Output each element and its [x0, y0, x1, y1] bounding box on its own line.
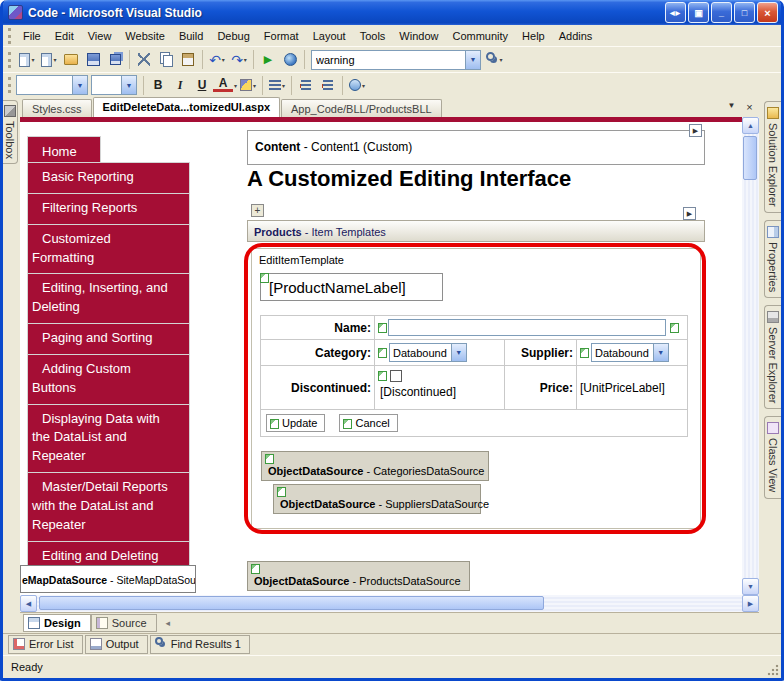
- view-in-browser-button[interactable]: [279, 49, 301, 71]
- supplier-dropdown-arrow[interactable]: ▼: [653, 344, 668, 361]
- edit-item-template-region[interactable]: EditItemTemplate [ProductNameLabel] Name…: [251, 248, 701, 529]
- content-smart-tag-button[interactable]: ▶: [689, 124, 702, 137]
- menu-grip[interactable]: [8, 28, 11, 44]
- nav-item-displaying-data[interactable]: Displaying Data with the DataList and Re…: [27, 404, 190, 474]
- menu-edit[interactable]: Edit: [48, 27, 81, 45]
- menu-addins[interactable]: Addins: [552, 27, 600, 45]
- maximize-button[interactable]: □: [734, 2, 755, 23]
- view-tab-scroll-button[interactable]: ◂: [166, 614, 171, 628]
- scroll-up-button[interactable]: ▲: [742, 117, 759, 134]
- search-dropdown-button[interactable]: ▼: [465, 51, 480, 69]
- resize-grip[interactable]: [767, 664, 780, 677]
- align-button[interactable]: ▾: [266, 74, 288, 96]
- underline-button[interactable]: U: [191, 74, 213, 96]
- products-smart-tag-button[interactable]: ▶: [683, 207, 696, 220]
- numbered-list-button[interactable]: [295, 74, 317, 96]
- nav-item-master-detail[interactable]: Master/Detail Reports with the DataList …: [27, 472, 190, 542]
- monitor-switch-button[interactable]: ◀▶: [665, 2, 686, 23]
- menu-view[interactable]: View: [81, 27, 119, 45]
- nav-item-home[interactable]: Home: [27, 136, 101, 163]
- products-datasource-control[interactable]: ObjectDataSource - ProductsDataSource: [247, 561, 470, 591]
- properties-tab[interactable]: Properties: [764, 220, 781, 298]
- suppliers-datasource-control[interactable]: ObjectDataSource - SuppliersDataSource: [273, 484, 481, 514]
- category-dropdown[interactable]: Databound▼: [389, 343, 467, 362]
- scroll-left-button[interactable]: ◀: [20, 595, 37, 612]
- font-combo[interactable]: ▼: [91, 75, 137, 95]
- italic-button[interactable]: I: [169, 74, 191, 96]
- add-item-button[interactable]: ▾: [38, 49, 60, 71]
- save-button[interactable]: [82, 49, 104, 71]
- toolbar-grip[interactable]: [8, 52, 11, 68]
- menu-website[interactable]: Website: [118, 27, 172, 45]
- horizontal-scroll-thumb[interactable]: [39, 596, 544, 610]
- highlight-button[interactable]: ▾: [237, 74, 259, 96]
- horizontal-scroll-track[interactable]: [37, 595, 742, 612]
- search-input[interactable]: [312, 51, 465, 69]
- toolbox-tab[interactable]: Toolbox: [3, 100, 18, 164]
- discontinued-checkbox[interactable]: [390, 370, 402, 382]
- vertical-scroll-thumb[interactable]: [743, 136, 757, 180]
- categories-datasource-control[interactable]: ObjectDataSource - CategoriesDataSource: [261, 451, 489, 481]
- solution-explorer-tab[interactable]: Solution Explorer: [764, 101, 781, 213]
- style-combo[interactable]: ▼: [16, 75, 88, 95]
- product-name-label-control[interactable]: [ProductNameLabel]: [260, 273, 443, 301]
- minimize-button[interactable]: _: [711, 2, 732, 23]
- nav-item-editing-inserting-deleting[interactable]: Editing, Inserting, and Deleting: [27, 273, 190, 324]
- menu-tools[interactable]: Tools: [353, 27, 393, 45]
- design-surface[interactable]: Home Basic Reporting Filtering Reports C…: [20, 117, 742, 595]
- sitemapdatasource-control[interactable]: eMapDataSource - SiteMapDataSource1: [20, 565, 196, 593]
- scroll-right-button[interactable]: ▶: [742, 595, 759, 612]
- doc-list-dropdown-button[interactable]: ▼: [725, 101, 738, 113]
- tab-source[interactable]: Source: [91, 614, 157, 632]
- font-color-button[interactable]: A▾: [213, 74, 237, 96]
- bullet-list-button[interactable]: [317, 74, 339, 96]
- update-button[interactable]: Update: [266, 414, 325, 432]
- products-formview-header[interactable]: Products - Item Templates: [247, 220, 705, 242]
- nav-item-basic-reporting[interactable]: Basic Reporting: [27, 162, 190, 194]
- doc-tab-editdeletedata-aspx[interactable]: EditDeleteData...tomizedUI.aspx: [93, 97, 281, 117]
- open-file-button[interactable]: [60, 49, 82, 71]
- tab-error-list[interactable]: Error List: [8, 635, 83, 654]
- copy-button[interactable]: [155, 49, 177, 71]
- product-name-textbox[interactable]: [388, 319, 666, 336]
- cut-button[interactable]: [133, 49, 155, 71]
- title-bar[interactable]: Code - Microsoft Visual Studio ◀▶ ▣ _ □ …: [3, 0, 781, 25]
- vertical-scroll-track[interactable]: [742, 134, 759, 578]
- paste-button[interactable]: [177, 49, 199, 71]
- cancel-button[interactable]: Cancel: [339, 414, 397, 432]
- nav-item-adding-custom-buttons[interactable]: Adding Custom Buttons: [27, 354, 190, 405]
- nav-item-paging-sorting[interactable]: Paging and Sorting: [27, 323, 190, 355]
- doc-tab-styles-css[interactable]: Styles.css: [22, 99, 92, 117]
- menu-build[interactable]: Build: [172, 27, 210, 45]
- tab-output[interactable]: Output: [85, 635, 148, 654]
- menu-community[interactable]: Community: [445, 27, 515, 45]
- save-all-button[interactable]: [104, 49, 126, 71]
- hyperlink-button[interactable]: ▾: [346, 74, 368, 96]
- menu-window[interactable]: Window: [392, 27, 445, 45]
- nav-item-filtering-reports[interactable]: Filtering Reports: [27, 193, 190, 225]
- menu-layout[interactable]: Layout: [306, 27, 353, 45]
- content-placeholder-header[interactable]: Content - Content1 (Custom): [247, 130, 705, 165]
- server-explorer-tab[interactable]: Server Explorer: [764, 305, 781, 409]
- close-button[interactable]: ×: [757, 2, 778, 23]
- undo-button[interactable]: ↶▾: [206, 49, 228, 71]
- supplier-dropdown[interactable]: Databound▼: [591, 343, 669, 362]
- style-combo-arrow[interactable]: ▼: [72, 76, 87, 94]
- category-dropdown-arrow[interactable]: ▼: [451, 344, 466, 361]
- redo-button[interactable]: ↷▾: [228, 49, 250, 71]
- tab-find-results[interactable]: Find Results 1: [150, 635, 250, 654]
- bold-button[interactable]: B: [147, 74, 169, 96]
- toolbar-grip[interactable]: [8, 77, 11, 93]
- menu-help[interactable]: Help: [515, 27, 552, 45]
- tab-design[interactable]: Design: [23, 614, 91, 632]
- doc-tab-productsbll[interactable]: App_Code/BLL/ProductsBLL: [281, 99, 442, 117]
- move-handle-icon[interactable]: +: [251, 204, 264, 217]
- font-combo-arrow[interactable]: ▼: [121, 76, 136, 94]
- horizontal-scrollbar[interactable]: ◀ ▶: [20, 595, 759, 612]
- nav-item-customized-formatting[interactable]: Customized Formatting: [27, 224, 190, 275]
- menu-file[interactable]: File: [16, 27, 48, 45]
- window-position-button[interactable]: ▣: [688, 2, 709, 23]
- scroll-down-button[interactable]: ▼: [742, 578, 759, 595]
- class-view-tab[interactable]: Class View: [764, 416, 781, 498]
- menu-debug[interactable]: Debug: [210, 27, 256, 45]
